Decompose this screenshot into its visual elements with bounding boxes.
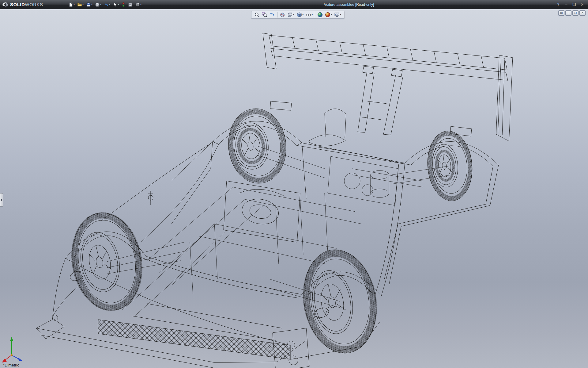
document-title: Voiture assomblee [Read-only] <box>142 2 556 7</box>
view-orientation-button[interactable]: ▾ <box>287 12 295 18</box>
window-controls: ? – ❐ ✕ <box>556 2 585 7</box>
doc-close-button[interactable]: ✕ <box>579 10 586 16</box>
apply-scene-button[interactable]: ▾ <box>324 12 333 18</box>
display-style-cube-icon <box>296 12 302 17</box>
select-tool-button[interactable]: ▾ <box>112 2 120 8</box>
undo-button[interactable]: ▾ <box>103 2 111 8</box>
hide-show-glasses-icon <box>306 12 311 17</box>
triad-z-arrow-icon <box>18 357 22 361</box>
feature-manager-collapse-tab[interactable] <box>0 193 3 207</box>
zoom-to-area-icon <box>262 12 267 17</box>
triad-origin-icon <box>11 354 13 356</box>
print-document-button[interactable]: ▾ <box>94 2 102 8</box>
options-button[interactable]: ▾ <box>134 2 142 8</box>
section-view-button[interactable] <box>279 12 286 18</box>
minimize-button[interactable]: – <box>564 2 569 7</box>
car-wireframe <box>36 33 513 368</box>
doc-minimize-button[interactable]: – <box>565 10 571 16</box>
dropdown-caret-icon[interactable]: ▾ <box>331 13 332 16</box>
section-view-icon <box>280 12 285 17</box>
restore-button[interactable]: ❐ <box>571 2 577 7</box>
new-document-button[interactable]: ▾ <box>67 2 76 8</box>
dropdown-caret-icon[interactable]: ▾ <box>109 3 110 6</box>
new-document-icon <box>68 2 73 7</box>
edit-appearance-button[interactable] <box>317 12 323 18</box>
selection-filter-icon <box>122 2 125 7</box>
zoom-to-fit-icon <box>254 12 260 17</box>
undo-arrow-icon <box>104 2 109 7</box>
display-style-button[interactable]: ▾ <box>296 12 304 18</box>
dropdown-caret-icon[interactable]: ▾ <box>340 13 341 16</box>
previous-view-icon <box>270 12 275 17</box>
zoom-to-area-button[interactable] <box>261 12 268 18</box>
standard-toolbar: ▾ ▾ ▾ ▾ ▾ <box>67 2 142 8</box>
front-bodywork <box>52 141 405 345</box>
printer-icon <box>95 2 100 7</box>
appearance-sphere-icon <box>317 12 323 17</box>
dropdown-caret-icon[interactable]: ▾ <box>293 13 294 16</box>
dropdown-caret-icon[interactable]: ▾ <box>140 3 141 6</box>
dropdown-caret-icon[interactable]: ▾ <box>91 3 92 6</box>
app-logo: SOLIDWORKS <box>2 2 63 8</box>
titlebar: SOLIDWORKS ▾ ▾ ▾ ▾ <box>0 0 588 9</box>
selection-filter-button[interactable] <box>121 2 126 8</box>
options-sliders-icon <box>135 2 140 7</box>
dropdown-caret-icon[interactable]: ▾ <box>100 3 101 6</box>
dropdown-caret-icon[interactable]: ▾ <box>302 13 303 16</box>
doc-restore-button[interactable]: ❐ <box>572 10 579 16</box>
toolbar-separator <box>315 12 315 17</box>
toolbar-separator <box>277 12 277 17</box>
view-settings-icon <box>334 12 340 17</box>
dropdown-caret-icon[interactable]: ▾ <box>311 13 313 16</box>
view-orientation-label: *Dimetric <box>3 363 19 367</box>
dropdown-caret-icon[interactable]: ▾ <box>82 3 84 6</box>
app-name: SOLIDWORKS <box>10 2 43 7</box>
model-canvas[interactable] <box>0 9 588 368</box>
save-document-button[interactable]: ▾ <box>85 2 93 8</box>
apply-scene-sphere-icon <box>325 12 330 17</box>
hide-show-items-button[interactable]: ▾ <box>305 12 313 18</box>
file-properties-icon <box>128 2 133 7</box>
view-orientation-cube-icon <box>287 12 293 17</box>
triad-y-arrow-icon <box>10 337 13 341</box>
open-document-button[interactable]: ▾ <box>76 2 85 8</box>
close-button[interactable]: ✕ <box>579 2 585 7</box>
help-button[interactable]: ? <box>556 2 561 7</box>
heads-up-view-toolbar: ▾ ▾ ▾ ▾ <box>251 11 344 19</box>
file-properties-button[interactable] <box>127 2 134 8</box>
dropdown-caret-icon[interactable]: ▾ <box>74 3 75 6</box>
previous-view-button[interactable] <box>269 12 276 18</box>
dropdown-caret-icon[interactable]: ▾ <box>118 3 119 6</box>
doc-window-menu-button[interactable]: ▤ <box>558 10 564 16</box>
cursor-arrow-icon <box>113 2 118 7</box>
rear-wing <box>263 33 513 141</box>
dassault-logo-icon <box>2 2 9 8</box>
open-folder-icon <box>77 2 82 7</box>
graphics-viewport[interactable]: ▾ ▾ ▾ ▾ <box>0 9 588 368</box>
view-settings-button[interactable]: ▾ <box>334 12 342 18</box>
zoom-to-fit-button[interactable] <box>254 12 260 18</box>
save-disk-icon <box>86 2 91 7</box>
orientation-triad[interactable] <box>2 337 22 362</box>
document-window-controls: ▤ – ❐ ✕ <box>558 10 586 16</box>
